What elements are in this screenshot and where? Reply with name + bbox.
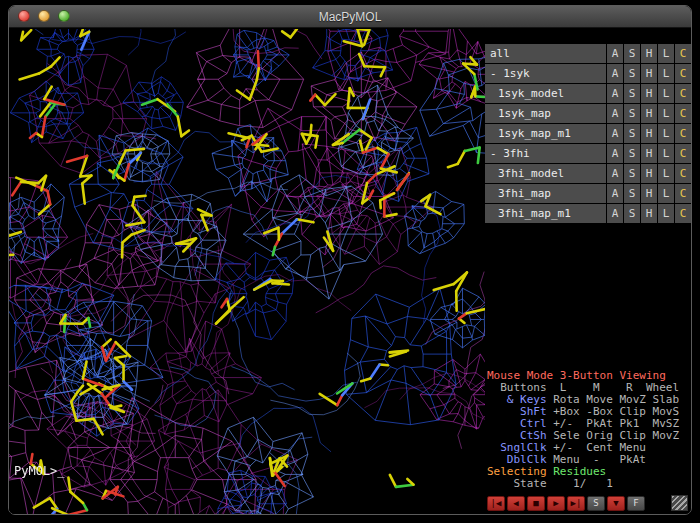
object-s-button[interactable]: S <box>624 84 640 103</box>
object-s-button[interactable]: S <box>624 44 640 63</box>
object-l-button[interactable]: L <box>658 144 674 163</box>
object-h-button[interactable]: H <box>641 144 657 163</box>
resize-grip[interactable] <box>671 495 688 511</box>
object-h-button[interactable]: H <box>641 104 657 123</box>
object-c-button[interactable]: C <box>675 204 691 223</box>
object-h-button[interactable]: H <box>641 44 657 63</box>
object-a-button[interactable]: A <box>607 104 623 123</box>
object-row: 1syk_map_m1ASHLC <box>485 124 691 143</box>
object-c-button[interactable]: C <box>675 84 691 103</box>
object-l-button[interactable]: L <box>658 124 674 143</box>
main-content: PyMOL>_ allASHLC- 1sykASHLC1syk_modelASH… <box>9 29 691 514</box>
command-prompt[interactable]: PyMOL>_ <box>14 464 65 478</box>
object-c-button[interactable]: C <box>675 144 691 163</box>
object-panel: allASHLC- 1sykASHLC1syk_modelASHLC1syk_m… <box>485 44 691 224</box>
zoom-button[interactable] <box>58 10 70 22</box>
app-window: MacPyMOL PyMOL>_ allASHLC- 1sykASHLC1syk… <box>8 5 692 515</box>
object-label[interactable]: 1syk_model <box>485 84 606 103</box>
object-h-button[interactable]: H <box>641 124 657 143</box>
window-title: MacPyMOL <box>319 10 382 24</box>
object-label[interactable]: 1syk_map_m1 <box>485 124 606 143</box>
vcr-menu-button[interactable]: ▼ <box>607 496 625 511</box>
object-h-button[interactable]: H <box>641 184 657 203</box>
object-s-button[interactable]: S <box>624 164 640 183</box>
object-l-button[interactable]: L <box>658 44 674 63</box>
state-text: State 1/ 1 <box>487 477 613 490</box>
sidebar: allASHLC- 1sykASHLC1syk_modelASHLC1syk_m… <box>485 29 691 514</box>
object-l-button[interactable]: L <box>658 84 674 103</box>
mouse-panel: Mouse Mode 3-Button Viewing Buttons L M … <box>485 370 691 493</box>
object-label[interactable]: 3fhi_map <box>485 184 606 203</box>
object-s-button[interactable]: S <box>624 64 640 83</box>
object-row: 3fhi_mapASHLC <box>485 184 691 203</box>
object-h-button[interactable]: H <box>641 64 657 83</box>
object-s-button[interactable]: S <box>624 184 640 203</box>
object-a-button[interactable]: A <box>607 44 623 63</box>
object-a-button[interactable]: A <box>607 184 623 203</box>
titlebar[interactable]: MacPyMOL <box>9 6 691 28</box>
prompt-label: PyMOL> <box>14 464 57 478</box>
object-label[interactable]: all <box>485 44 606 63</box>
object-c-button[interactable]: C <box>675 44 691 63</box>
object-label[interactable]: 3fhi_model <box>485 164 606 183</box>
object-l-button[interactable]: L <box>658 204 674 223</box>
prompt-cursor: _ <box>57 464 64 478</box>
object-a-button[interactable]: A <box>607 84 623 103</box>
minimize-button[interactable] <box>38 10 50 22</box>
object-a-button[interactable]: A <box>607 124 623 143</box>
object-row: 3fhi_modelASHLC <box>485 164 691 183</box>
vcr-stop-button[interactable]: ■ <box>527 496 545 511</box>
object-c-button[interactable]: C <box>675 104 691 123</box>
object-s-button[interactable]: S <box>624 104 640 123</box>
object-c-button[interactable]: C <box>675 124 691 143</box>
viewport: PyMOL>_ <box>9 29 485 514</box>
object-label[interactable]: 1syk_map <box>485 104 606 123</box>
object-row: 1syk_modelASHLC <box>485 84 691 103</box>
object-h-button[interactable]: H <box>641 84 657 103</box>
object-row: allASHLC <box>485 44 691 63</box>
state-line[interactable]: State 1/ 1 <box>487 478 691 490</box>
object-s-button[interactable]: S <box>624 144 640 163</box>
vcr-step-forward-button[interactable]: ▶| <box>567 496 585 511</box>
object-l-button[interactable]: L <box>658 64 674 83</box>
object-c-button[interactable]: C <box>675 164 691 183</box>
object-row: - 1sykASHLC <box>485 64 691 83</box>
object-l-button[interactable]: L <box>658 164 674 183</box>
object-h-button[interactable]: H <box>641 204 657 223</box>
object-a-button[interactable]: A <box>607 64 623 83</box>
object-label[interactable]: - 1syk <box>485 64 606 83</box>
object-h-button[interactable]: H <box>641 164 657 183</box>
object-label[interactable]: 3fhi_map_m1 <box>485 204 606 223</box>
object-c-button[interactable]: C <box>675 184 691 203</box>
object-row: 1syk_mapASHLC <box>485 104 691 123</box>
vcr-step-back-button[interactable]: ◀ <box>507 496 525 511</box>
vcr-f-button[interactable]: F <box>627 496 645 511</box>
vcr-s-button[interactable]: S <box>587 496 605 511</box>
object-row: - 3fhiASHLC <box>485 144 691 163</box>
object-s-button[interactable]: S <box>624 204 640 223</box>
vcr-play-button[interactable]: ▶ <box>547 496 565 511</box>
object-a-button[interactable]: A <box>607 164 623 183</box>
object-a-button[interactable]: A <box>607 204 623 223</box>
object-s-button[interactable]: S <box>624 124 640 143</box>
vcr-rewind-button[interactable]: |◀ <box>487 496 505 511</box>
object-a-button[interactable]: A <box>607 144 623 163</box>
object-l-button[interactable]: L <box>658 184 674 203</box>
object-l-button[interactable]: L <box>658 104 674 123</box>
vcr-controls: |◀◀■▶▶|S▼F <box>485 493 691 514</box>
traffic-lights <box>18 10 70 22</box>
object-row: 3fhi_map_m1ASHLC <box>485 204 691 223</box>
close-button[interactable] <box>18 10 30 22</box>
object-c-button[interactable]: C <box>675 64 691 83</box>
viewport-3d[interactable] <box>9 29 485 514</box>
object-label[interactable]: - 3fhi <box>485 144 606 163</box>
